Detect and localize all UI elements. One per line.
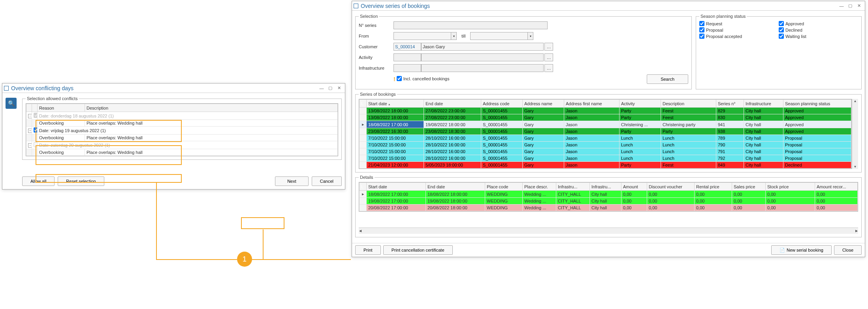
incl-cancelled-checkbox[interactable]: Incl. cancelled bookings	[397, 76, 450, 81]
details-infraname-header[interactable]: Infrastru...	[590, 183, 621, 191]
series-no-header[interactable]: Series n°	[716, 100, 744, 108]
customer-name-input[interactable]	[421, 43, 544, 51]
details-row[interactable]: 19/08/2022 17:00:0019/08/2022 18:00:00WE…	[360, 198, 858, 205]
n-series-input[interactable]	[394, 21, 548, 29]
details-discount-header[interactable]: Discount voucher	[647, 183, 695, 191]
details-start-header[interactable]: Start date	[367, 183, 426, 191]
series-row[interactable]: 13/08/2022 18:00:0027/08/2022 23:00:00S_…	[360, 108, 851, 114]
group-checkbox[interactable]	[32, 141, 38, 149]
from-date-dropdown[interactable]: ▾	[451, 32, 457, 40]
expand-toggle[interactable]: −	[26, 141, 32, 149]
next-button[interactable]: Next	[275, 176, 309, 186]
series-row[interactable]: 7/10/2022 15:00:0028/10/2022 16:00:00S_0…	[360, 155, 851, 162]
callout-line-1	[156, 259, 237, 260]
series-row[interactable]: 7/10/2022 15:00:0028/10/2022 16:00:00S_0…	[360, 142, 851, 148]
series-addrcode-header[interactable]: Address code	[481, 100, 523, 108]
details-row[interactable]: ▸18/08/2022 17:00:0018/08/2022 18:00:00W…	[360, 191, 858, 198]
infra-code-input[interactable]	[394, 64, 421, 72]
infra-lookup-button[interactable]: …	[544, 64, 553, 72]
series-infra-header[interactable]: Infrastructure	[744, 100, 783, 108]
reason-header[interactable]: Reason	[38, 104, 85, 112]
search-panel-icon[interactable]: 🔍	[6, 98, 17, 109]
series-status-header[interactable]: Season planning status	[783, 100, 851, 108]
from-date-input[interactable]	[394, 32, 451, 40]
group-label[interactable]: Date: donderdag 18 augustus 2022 (1)	[38, 112, 338, 120]
series-table: L Start date▲ End date Address code Addr…	[359, 99, 851, 169]
close-button[interactable]: Close	[834, 245, 862, 255]
print-cert-button[interactable]: Print cancellation certificate	[383, 245, 453, 255]
series-activity-header[interactable]: Activity	[619, 100, 661, 108]
group-checkbox[interactable]	[32, 112, 38, 120]
series-addrfirst-header[interactable]: Address first name	[564, 100, 619, 108]
series-start-header[interactable]: Start date▲	[367, 100, 424, 108]
chk-proposal-accepted[interactable]: Proposal accepted	[699, 34, 742, 39]
minimize-button[interactable]: —	[317, 85, 326, 91]
chk-request[interactable]: Request	[699, 21, 722, 26]
customer-lookup-button[interactable]: …	[544, 43, 553, 51]
chk-waiting[interactable]: Waiting list	[779, 34, 806, 39]
details-h-scrollbar[interactable]: ◀▶	[359, 227, 858, 234]
label-from: From	[359, 34, 394, 38]
overview-title: Overview series of bookings	[361, 3, 430, 9]
print-button[interactable]: Print	[355, 245, 381, 255]
series-row[interactable]: 23/08/2022 16:30:0023/08/2022 18:30:00S_…	[360, 128, 851, 135]
series-l-header[interactable]: L	[360, 100, 367, 108]
details-l-header[interactable]: L	[360, 183, 367, 191]
expand-toggle[interactable]: −	[26, 127, 32, 135]
reset-selection-button[interactable]: Reset selection	[58, 176, 104, 186]
till-date-dropdown[interactable]: ▾	[527, 32, 533, 40]
group-label[interactable]: Date: vrijdag 19 augustus 2022 (1)	[38, 127, 338, 135]
details-stock-header[interactable]: Stock price	[766, 183, 815, 191]
activity-code-input[interactable]	[394, 53, 421, 61]
maximize-button[interactable]: ▢	[846, 3, 855, 9]
chk-proposal[interactable]: Proposal	[699, 27, 723, 32]
cancel-button[interactable]: Cancel	[312, 176, 342, 186]
overview-window: Overview series of bookings — ▢ ✕ Select…	[352, 1, 865, 257]
details-end-header[interactable]: End date	[426, 183, 485, 191]
details-amountrec-header[interactable]: Amount recor...	[815, 183, 858, 191]
conflict-desc[interactable]: Place overlaps: Wedding hall	[85, 149, 338, 156]
till-date-input[interactable]	[470, 32, 527, 40]
chk-approved[interactable]: Approved	[779, 21, 804, 26]
series-scrollbar[interactable]: ▲▼	[852, 99, 858, 169]
details-row[interactable]: 20/08/2022 17:00:0020/08/2022 18:00:00WE…	[360, 205, 858, 211]
chk-declined[interactable]: Declined	[779, 27, 802, 32]
sort-asc-icon: ▲	[388, 103, 391, 106]
series-desc-header[interactable]: Description	[661, 100, 716, 108]
group-label[interactable]: Date: zaterdag 20 augustus 2022 (1)	[38, 141, 338, 149]
details-placecode-header[interactable]: Place code	[485, 183, 523, 191]
activity-name-input[interactable]	[421, 53, 544, 61]
allow-all-button[interactable]: Allow all	[22, 176, 55, 186]
conflict-reason[interactable]: Overbooking	[38, 120, 85, 127]
infra-name-input[interactable]	[421, 64, 544, 72]
overview-footer: Print Print cancellation certificate 📄Ne…	[352, 243, 865, 257]
details-sales-header[interactable]: Sales price	[732, 183, 766, 191]
details-rental-header[interactable]: Rental price	[695, 183, 732, 191]
series-row[interactable]: 7/10/2022 15:00:0028/10/2022 16:00:00S_0…	[360, 148, 851, 155]
details-placedesc-header[interactable]: Place descr.	[523, 183, 556, 191]
conflict-desc[interactable]: Place overlaps: Wedding hall	[85, 135, 338, 141]
details-infracode-header[interactable]: Infrastru...	[556, 183, 590, 191]
expand-toggle[interactable]: −	[26, 112, 32, 120]
group-checkbox[interactable]	[32, 127, 38, 135]
series-row[interactable]: 21/04/2023 12:00:005/05/2023 18:00:00S_0…	[360, 162, 851, 169]
conflict-reason[interactable]: Overbooking	[38, 135, 85, 141]
details-amount-header[interactable]: Amount	[621, 183, 647, 191]
maximize-button[interactable]: ▢	[326, 85, 335, 91]
conflict-reason[interactable]: Overbooking	[38, 149, 85, 156]
series-end-header[interactable]: End date	[424, 100, 481, 108]
series-row[interactable]: 7/10/2022 15:00:0028/10/2022 16:00:00S_0…	[360, 135, 851, 142]
search-button[interactable]: Search	[647, 74, 688, 84]
series-row[interactable]: ▸18/08/2022 17:00:0019/08/2022 18:00:00S…	[360, 121, 851, 128]
conflicts-table: Reason Description − Date: donderdag 18 …	[26, 104, 338, 156]
close-button[interactable]: ✕	[335, 85, 343, 91]
minimize-button[interactable]: —	[837, 3, 846, 9]
activity-lookup-button[interactable]: …	[544, 53, 553, 61]
series-row[interactable]: 13/08/2022 18:00:0027/08/2022 23:00:00S_…	[360, 114, 851, 121]
new-serial-booking-button[interactable]: 📄New serial booking	[771, 245, 832, 255]
conflict-desc[interactable]: Place overlaps: Wedding hall	[85, 120, 338, 127]
close-button[interactable]: ✕	[855, 3, 863, 9]
description-header[interactable]: Description	[85, 104, 338, 112]
series-addrname-header[interactable]: Address name	[523, 100, 564, 108]
customer-code-input[interactable]	[394, 43, 421, 51]
